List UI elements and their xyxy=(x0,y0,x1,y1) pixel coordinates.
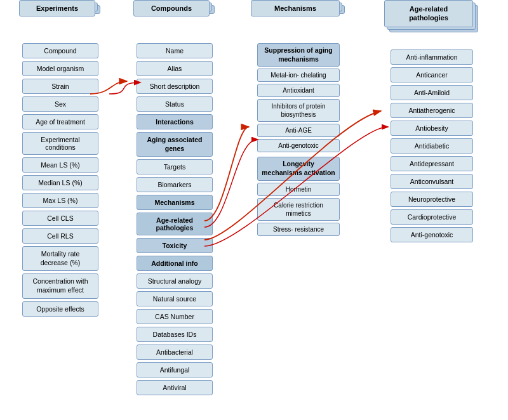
mech-anti-genotoxic[interactable]: Anti-genotoxic xyxy=(257,139,340,152)
comp-additional-info[interactable]: Additional info xyxy=(137,256,213,271)
comp-status[interactable]: Status xyxy=(137,96,213,112)
comp-interactions[interactable]: Interactions xyxy=(137,114,213,129)
comp-short-description[interactable]: Short description xyxy=(137,79,213,94)
comp-natural-source[interactable]: Natural source xyxy=(137,291,213,306)
path-anticancer[interactable]: Anticancer xyxy=(391,67,473,82)
pathologies-header-stack: Age-related pathologies Age-related path… xyxy=(384,0,479,38)
comp-aging-genes[interactable]: Aging associated genes xyxy=(137,132,213,157)
comp-antifungal[interactable]: Antifungal xyxy=(137,362,213,377)
column-experiments: Experiments Compound Model organism Stra… xyxy=(13,0,108,319)
compounds-header-stack: Compounds xyxy=(133,0,216,32)
exp-mortality-rate[interactable]: Mortality rate decrease (%) xyxy=(22,246,98,271)
exp-model-organism[interactable]: Model organism xyxy=(22,61,98,76)
path-antiatherogenic[interactable]: Antiatherogenic xyxy=(391,103,473,118)
mechanisms-group: Suppression of aging mechanisms Metal-io… xyxy=(254,43,343,238)
exp-median-ls[interactable]: Median LS (%) xyxy=(22,175,98,190)
mech-suppression-header[interactable]: Suppression of aging mechanisms xyxy=(257,43,340,67)
comp-biomarkers[interactable]: Biomarkers xyxy=(137,177,213,192)
mech-hormetin[interactable]: Hormetin xyxy=(257,183,340,196)
exp-concentration[interactable]: Concentration with maximum effect xyxy=(22,273,98,298)
path-antidiabetic[interactable]: Antidiabetic xyxy=(391,138,473,154)
comp-toxicity[interactable]: Toxicity xyxy=(137,238,213,253)
mechanisms-header-front: Mechanisms xyxy=(251,0,340,16)
mech-antioxidant[interactable]: Antioxidant xyxy=(257,84,340,97)
mech-calorie-restriction[interactable]: Calorie restriction mimetics xyxy=(257,198,340,221)
pathologies-header-front: Age-related pathologies xyxy=(384,0,473,27)
exp-strain[interactable]: Strain xyxy=(22,79,98,94)
mech-metal-ion[interactable]: Metal-ion- chelating xyxy=(257,69,340,82)
exp-max-ls[interactable]: Max LS (%) xyxy=(22,193,98,208)
column-pathologies: Age-related pathologies Age-related path… xyxy=(381,0,483,245)
exp-experimental-conditions[interactable]: Experimental conditions xyxy=(22,132,98,155)
exp-opposite-effects[interactable]: Opposite effects xyxy=(22,301,98,317)
exp-cell-rls[interactable]: Cell RLS xyxy=(22,228,98,244)
exp-compound[interactable]: Compound xyxy=(22,43,98,58)
comp-alias[interactable]: Alias xyxy=(137,61,213,76)
path-antidepressant[interactable]: Antidepressant xyxy=(391,156,473,171)
mech-anti-age[interactable]: Anti-AGE xyxy=(257,124,340,137)
diagram-container: Experiments Compound Model organism Stra… xyxy=(0,0,508,420)
comp-age-related-pathologies[interactable]: Age-related pathologies xyxy=(137,213,213,235)
comp-antiviral[interactable]: Antiviral xyxy=(137,380,213,395)
exp-cell-cls[interactable]: Cell CLS xyxy=(22,211,98,226)
comp-cas-number[interactable]: CAS Number xyxy=(137,309,213,324)
comp-name[interactable]: Name xyxy=(137,43,213,58)
column-mechanisms: Mechanisms Suppression of aging mechanis… xyxy=(248,0,349,238)
comp-structural-analogy[interactable]: Structural analogy xyxy=(137,273,213,289)
comp-mechanisms[interactable]: Mechanisms xyxy=(137,195,213,210)
mech-inhibitors-protein[interactable]: Inhibitors of protein biosynthesis xyxy=(257,99,340,122)
comp-databases-ids[interactable]: Databases IDs xyxy=(137,327,213,342)
exp-sex[interactable]: Sex xyxy=(22,96,98,112)
comp-antibacterial[interactable]: Antibacterial xyxy=(137,345,213,360)
path-anti-genotoxic[interactable]: Anti-genotoxic xyxy=(391,227,473,242)
column-compounds: Compounds Name Alias Short description S… xyxy=(127,0,222,398)
path-anti-amiloid[interactable]: Anti-Amiloid xyxy=(391,85,473,100)
mech-stress-resistance[interactable]: Stress- resistance xyxy=(257,223,340,236)
mechanisms-header-stack: Mechanisms xyxy=(251,0,346,32)
experiments-header-front: Experiments xyxy=(19,0,95,16)
exp-age-of-treatment[interactable]: Age of treatment xyxy=(22,114,98,129)
experiments-header-stack: Experiments xyxy=(19,0,102,32)
path-anti-inflammation[interactable]: Anti-inflammation xyxy=(391,49,473,65)
path-antiobesity[interactable]: Antiobesity xyxy=(391,121,473,136)
compounds-header-front: Compounds xyxy=(133,0,210,16)
exp-mean-ls[interactable]: Mean LS (%) xyxy=(22,157,98,173)
comp-targets[interactable]: Targets xyxy=(137,159,213,174)
path-cardioprotective[interactable]: Cardioprotective xyxy=(391,209,473,225)
mech-longevity-header[interactable]: Longevity mechanisms activation xyxy=(257,157,340,180)
path-anticonvulsant[interactable]: Anticonvulsant xyxy=(391,174,473,189)
path-neuroprotective[interactable]: Neuroprotective xyxy=(391,192,473,207)
